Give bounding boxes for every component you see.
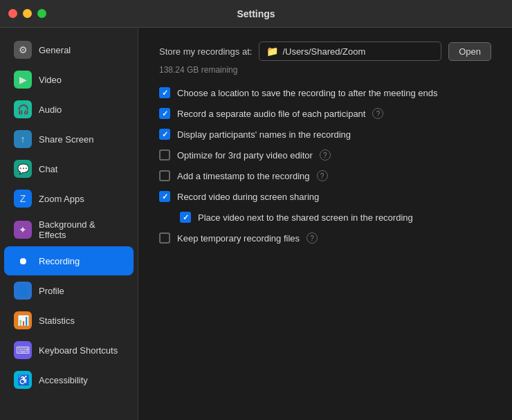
option-text-opt1: Choose a location to save the recording … bbox=[177, 88, 438, 98]
chat-label: Chat bbox=[39, 164, 57, 174]
window-controls bbox=[8, 9, 46, 18]
checkbox-opt4[interactable] bbox=[159, 149, 170, 161]
zoom-apps-icon: Z bbox=[14, 190, 32, 208]
keyboard-shortcuts-icon: ⌨ bbox=[14, 341, 32, 359]
storage-remaining: 138.24 GB remaining bbox=[159, 65, 491, 75]
window-title: Settings bbox=[237, 8, 275, 19]
options-list: Choose a location to save the recording … bbox=[159, 87, 491, 244]
statistics-label: Statistics bbox=[39, 316, 75, 326]
help-icon-opt5[interactable]: ? bbox=[317, 170, 328, 181]
option-text-opt7: Place video next to the shared screen in… bbox=[198, 212, 413, 223]
zoom-apps-label: Zoom Apps bbox=[39, 194, 84, 204]
sidebar-item-share-screen[interactable]: ↑Share Screen bbox=[4, 125, 134, 154]
general-icon: ⚙ bbox=[14, 41, 32, 59]
checkbox-opt6[interactable] bbox=[159, 191, 170, 202]
checkbox-opt2[interactable] bbox=[159, 108, 170, 119]
option-text-opt6: Record video during screen sharing bbox=[177, 192, 319, 202]
background-effects-label: Background & Effects bbox=[39, 219, 124, 240]
audio-label: Audio bbox=[39, 104, 62, 115]
sidebar-item-general[interactable]: ⚙General bbox=[4, 35, 134, 64]
checkbox-opt7[interactable] bbox=[180, 212, 191, 223]
keyboard-shortcuts-label: Keyboard Shortcuts bbox=[39, 345, 118, 356]
option-text-opt8: Keep temporary recording files bbox=[177, 233, 300, 244]
general-label: General bbox=[39, 45, 71, 55]
option-row-opt4: Optimize for 3rd party video editor? bbox=[159, 149, 491, 161]
option-text-opt2: Record a separate audio file of each par… bbox=[177, 109, 365, 119]
sidebar-item-keyboard-shortcuts[interactable]: ⌨Keyboard Shortcuts bbox=[4, 336, 134, 365]
checkbox-opt5[interactable] bbox=[159, 170, 170, 181]
share-screen-icon: ↑ bbox=[14, 130, 32, 148]
chat-icon: 💬 bbox=[14, 160, 32, 178]
option-row-opt3: Display participants' names in the recor… bbox=[159, 129, 491, 140]
option-text-opt5: Add a timestamp to the recording bbox=[177, 171, 310, 181]
sidebar-item-video[interactable]: ▶Video bbox=[4, 65, 134, 94]
sidebar-item-chat[interactable]: 💬Chat bbox=[4, 154, 134, 183]
sidebar-item-background-effects[interactable]: ✦Background & Effects bbox=[4, 214, 134, 246]
share-screen-label: Share Screen bbox=[39, 134, 94, 145]
maximize-button[interactable] bbox=[37, 9, 46, 18]
storage-location-row: Store my recordings at: 📁 /Users/Shared/… bbox=[159, 42, 491, 61]
sidebar-item-accessibility[interactable]: ♿Accessibility bbox=[4, 365, 134, 394]
accessibility-label: Accessibility bbox=[39, 375, 88, 385]
main-container: ⚙General▶Video🎧Audio↑Share Screen💬ChatZZ… bbox=[0, 28, 512, 420]
open-button[interactable]: Open bbox=[448, 42, 491, 61]
recording-icon: ⏺ bbox=[14, 252, 32, 270]
profile-label: Profile bbox=[39, 286, 64, 296]
content-area: Store my recordings at: 📁 /Users/Shared/… bbox=[138, 28, 512, 420]
help-icon-opt4[interactable]: ? bbox=[320, 149, 331, 161]
sidebar-item-recording[interactable]: ⏺Recording bbox=[4, 246, 134, 275]
video-label: Video bbox=[39, 75, 62, 85]
option-row-opt8: Keep temporary recording files? bbox=[159, 232, 491, 244]
option-row-opt1: Choose a location to save the recording … bbox=[159, 87, 491, 98]
background-effects-icon: ✦ bbox=[14, 221, 32, 239]
storage-label: Store my recordings at: bbox=[159, 46, 252, 57]
accessibility-icon: ♿ bbox=[14, 371, 32, 389]
sidebar-item-profile[interactable]: 👤Profile bbox=[4, 276, 134, 305]
checkbox-opt8[interactable] bbox=[159, 232, 170, 244]
checkbox-opt3[interactable] bbox=[159, 129, 170, 140]
help-icon-opt2[interactable]: ? bbox=[372, 108, 383, 119]
checkbox-opt1[interactable] bbox=[159, 87, 170, 98]
option-row-opt6: Record video during screen sharing bbox=[159, 191, 491, 202]
sidebar-item-statistics[interactable]: 📊Statistics bbox=[4, 306, 134, 335]
sidebar: ⚙General▶Video🎧Audio↑Share Screen💬ChatZZ… bbox=[0, 28, 138, 420]
recording-label: Recording bbox=[39, 256, 80, 266]
sidebar-item-zoom-apps[interactable]: ZZoom Apps bbox=[4, 184, 134, 213]
title-bar: Settings bbox=[0, 0, 512, 28]
profile-icon: 👤 bbox=[14, 282, 32, 300]
sidebar-item-audio[interactable]: 🎧Audio bbox=[4, 95, 134, 124]
storage-path-display: 📁 /Users/Shared/Zoom bbox=[259, 42, 441, 61]
statistics-icon: 📊 bbox=[14, 311, 32, 329]
storage-path-text: /Users/Shared/Zoom bbox=[282, 46, 365, 57]
help-icon-opt8[interactable]: ? bbox=[307, 232, 318, 244]
option-text-opt3: Display participants' names in the recor… bbox=[177, 129, 351, 140]
option-row-opt5: Add a timestamp to the recording? bbox=[159, 170, 491, 181]
close-button[interactable] bbox=[8, 9, 17, 18]
minimize-button[interactable] bbox=[23, 9, 32, 18]
option-text-opt4: Optimize for 3rd party video editor bbox=[177, 150, 313, 161]
option-row-opt2: Record a separate audio file of each par… bbox=[159, 108, 491, 119]
option-row-opt7: Place video next to the shared screen in… bbox=[180, 212, 491, 223]
video-icon: ▶ bbox=[14, 71, 32, 89]
folder-icon: 📁 bbox=[266, 46, 278, 57]
audio-icon: 🎧 bbox=[14, 100, 32, 118]
